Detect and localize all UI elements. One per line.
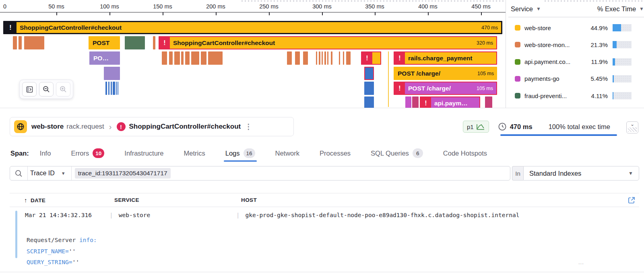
open-in-log-explorer-button[interactable] [628,197,635,204]
flame-span[interactable] [405,96,411,108]
legend-row-fraud-preventi-[interactable]: fraud-preventi...4.11% [506,91,644,101]
expand-panel-button[interactable] [22,82,37,96]
flame-span[interactable] [208,51,223,65]
flame-span[interactable] [174,51,180,65]
flame-span[interactable] [201,51,206,65]
flame-span[interactable]: !ShoppingCartController#checkout470 ms [3,21,502,34]
globe-icon [17,123,25,131]
legend-row-web-store[interactable]: web-store44.9% [506,23,644,33]
flame-span[interactable] [324,51,326,65]
log-search-row: Trace ID ▼ trace_id:1931173205430471717 … [10,166,639,181]
web-service-chip[interactable] [14,120,27,133]
tab-network[interactable]: Network [275,145,300,162]
flame-span[interactable] [322,51,323,65]
flame-span[interactable] [185,51,190,65]
zoom-in-button[interactable] [56,82,70,96]
column-date[interactable]: ↑DATE [24,197,114,203]
flame-span[interactable] [162,51,167,65]
flame-span[interactable]: !ShoppingCartController#checkout320 ms [159,36,497,49]
flame-span[interactable] [118,82,118,95]
tab-logs[interactable]: Logs16 [225,145,255,162]
log-service: web-store [113,212,236,218]
column-service[interactable]: SERVICE [114,197,241,203]
flame-span[interactable] [331,51,332,65]
tab-code-hotspots[interactable]: Code Hotspots [443,145,487,162]
ruler-tick-label: 300 ms [312,3,332,10]
flame-span[interactable] [327,51,328,65]
legend-exec-header[interactable]: % Exec Time [597,5,636,13]
collapse-panel-button[interactable]: ⌄ [626,121,638,133]
flame-span[interactable] [346,51,351,65]
tab-sql-queries[interactable]: SQL Queries6 [371,145,423,162]
flame-span[interactable] [116,82,117,95]
flame-span[interactable] [316,51,317,65]
truncation-ellipsis: ... [578,259,584,265]
tab-label: Logs [225,150,240,157]
flame-span[interactable]: !POST /charge/105 ms [394,82,497,95]
flame-span[interactable] [364,82,374,95]
log-attribute-text: QUERY_STRING= [27,259,72,265]
service-color-swatch [515,93,520,99]
tab-label: Network [275,150,300,157]
priority-badge[interactable]: p1 [463,121,489,133]
zoom-out-button[interactable] [39,82,54,96]
tab-errors[interactable]: Errors10 [71,145,104,162]
column-host[interactable]: HOST [241,197,628,203]
chevron-down-icon[interactable]: ▼ [536,6,541,12]
tab-infrastructure[interactable]: Infrastructure [124,145,163,162]
flame-span[interactable]: POST /charge/105 ms [394,67,497,80]
chevron-down-icon[interactable]: ▼ [639,6,644,12]
search-box[interactable]: Trace ID ▼ trace_id:1931173205430471717 [10,166,510,181]
breadcrumb-service[interactable]: web-store [31,123,64,131]
error-icon: ! [159,37,170,49]
flame-span[interactable]: PO… [89,51,120,65]
filter-dropdown[interactable]: Trace ID ▼ [27,166,72,180]
ruler-tick-mark [428,12,429,15]
flame-span[interactable] [113,82,115,95]
flame-span[interactable] [319,51,320,65]
flame-span[interactable] [343,51,344,65]
flame-span[interactable] [364,96,374,108]
log-entry-row[interactable]: Mar 21 14:34:32.316 | web-store | gke-pr… [25,212,519,218]
kebab-menu-icon[interactable]: ⋮ [245,122,252,131]
index-select[interactable]: Standard Indexes ▼ [523,166,639,181]
legend-row-api-payment-co-[interactable]: api.payment.co...11.9% [506,57,644,67]
breadcrumb-operation[interactable]: rack.request [66,123,104,131]
legend-service-header[interactable]: Service [511,5,533,13]
search-query-token[interactable]: trace_id:1931173205430471717 [75,168,171,179]
flame-span[interactable] [125,36,145,49]
breadcrumb-resource[interactable]: ShoppingCartController#checkout [129,123,241,131]
tab-info[interactable]: Info [40,145,51,162]
flame-span[interactable] [412,96,419,108]
ruler-tick-label: 250 ms [259,3,279,10]
flame-span[interactable] [191,51,199,65]
flame-span-label: POST /charge/ [408,85,453,92]
legend-row-web-store-mon-[interactable]: web-store-mon...21.3% [506,40,644,49]
flame-span[interactable]: !rails.charge_payment [394,51,497,65]
flame-span[interactable] [111,82,112,95]
flame-span[interactable] [169,51,173,65]
flame-span[interactable] [287,51,292,65]
flame-span[interactable] [295,51,300,65]
flame-span[interactable] [303,51,308,65]
flame-span[interactable] [485,96,492,108]
ruler-tick-label: 50 ms [48,3,64,10]
flame-span[interactable] [105,82,107,95]
tab-processes[interactable]: Processes [320,145,351,162]
flame-span[interactable] [19,36,22,49]
flame-span[interactable] [108,82,109,95]
legend-row-payments-go[interactable]: payments-go5.45% [506,74,644,84]
ruler-tick-label: 450 ms [471,3,491,10]
flame-span[interactable] [24,36,44,49]
flame-span[interactable] [339,51,340,65]
flame-span[interactable] [181,51,184,65]
flame-span[interactable] [364,67,374,80]
flame-span[interactable] [13,36,17,49]
ruler-tick-label: 100 ms [100,3,119,10]
flame-span[interactable]: POST [89,36,120,49]
flame-span[interactable]: ! [361,51,381,65]
tab-metrics[interactable]: Metrics [184,145,205,162]
flame-span[interactable] [153,36,155,49]
flame-span[interactable] [104,67,120,80]
flame-span[interactable]: !api.paym… [420,96,480,108]
